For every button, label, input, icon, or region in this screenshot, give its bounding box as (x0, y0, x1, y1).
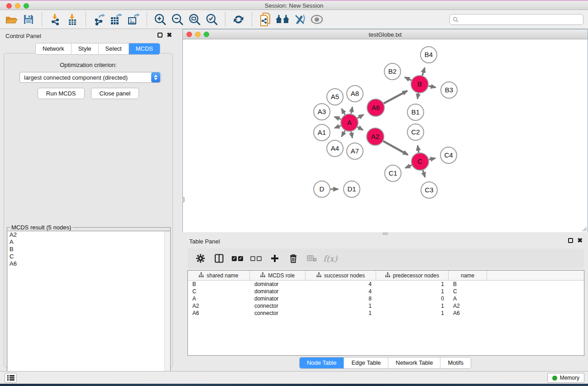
network-window-titlebar[interactable]: testGlobe.txt (183, 29, 588, 39)
edge-C-C2[interactable] (418, 146, 419, 153)
graph-node-A8[interactable]: A8 (347, 86, 363, 102)
first-neighbors-icon[interactable] (274, 12, 291, 27)
split-view-icon[interactable] (210, 250, 227, 267)
panel-splitter-handle[interactable] (182, 197, 185, 202)
tab-network[interactable]: Network (36, 43, 72, 54)
cell-predecessor-nodes[interactable]: 1 (376, 288, 449, 295)
delete-column-icon[interactable] (285, 250, 301, 267)
zoom-out-icon[interactable] (169, 12, 186, 27)
cell-name[interactable]: B (449, 281, 487, 287)
search-field[interactable] (449, 14, 583, 25)
graph-node-C4[interactable]: C4 (440, 147, 457, 163)
cell-MCDS-role[interactable]: connector (250, 303, 306, 309)
float-table-panel-icon[interactable] (568, 238, 573, 243)
column-header-MCDS-role[interactable]: MCDS role (250, 271, 306, 280)
cell-MCDS-role[interactable]: dominator (250, 281, 306, 287)
edge-A-A8[interactable] (351, 107, 353, 114)
tab-motifs[interactable]: Motifs (440, 357, 471, 368)
import-table-icon[interactable] (64, 12, 81, 27)
column-header-successor-nodes[interactable]: successor nodes (306, 271, 376, 280)
cell-predecessor-nodes[interactable]: 1 (376, 303, 449, 309)
result-list-item[interactable]: A (8, 238, 170, 246)
graph-node-D1[interactable]: D1 (344, 181, 360, 197)
graph-node-A4[interactable]: A4 (327, 140, 343, 157)
graph-node-A7[interactable]: A7 (347, 143, 363, 159)
cell-successor-nodes[interactable]: 4 (306, 281, 376, 287)
edge-B-B3[interactable] (429, 86, 436, 87)
cell-name[interactable]: C (449, 288, 487, 295)
zoom-selected-icon[interactable] (203, 12, 220, 27)
close-table-panel-icon[interactable]: ✖ (577, 238, 583, 243)
edge-B-B2[interactable] (405, 77, 411, 81)
task-history-button[interactable] (5, 373, 17, 383)
cell-successor-nodes[interactable]: 1 (306, 303, 376, 309)
export-table-icon[interactable] (108, 12, 125, 27)
cell-shared-name[interactable]: A (188, 295, 250, 302)
export-network-icon[interactable] (91, 12, 108, 27)
edge-A2-C[interactable] (383, 141, 407, 155)
graph-node-A[interactable]: A (341, 114, 358, 131)
cell-name[interactable]: A (449, 295, 487, 302)
memory-button[interactable]: Memory (547, 373, 584, 383)
graph-node-B4[interactable]: B4 (421, 47, 437, 63)
graph-node-A2[interactable]: A2 (367, 128, 384, 145)
column-header-predecessor-nodes[interactable]: predecessor nodes (376, 271, 449, 280)
criterion-select[interactable]: largest connected component (directed) (19, 72, 161, 83)
tab-node-table[interactable]: Node Table (300, 357, 344, 368)
edge-A-A6[interactable] (357, 114, 363, 118)
cell-shared-name[interactable]: A6 (188, 310, 250, 316)
new-network-from-selection-icon[interactable] (257, 12, 274, 27)
cell-shared-name[interactable]: B (188, 281, 250, 287)
graph-node-C2[interactable]: C2 (407, 124, 424, 140)
graph-node-A6[interactable]: A6 (367, 99, 384, 116)
select-all-icon[interactable]: ✓✓ (229, 250, 246, 267)
edge-A-A3[interactable] (335, 117, 341, 119)
graph-node-D[interactable]: D (314, 181, 330, 197)
cell-name[interactable]: A2 (449, 303, 487, 309)
cell-successor-nodes[interactable]: 4 (306, 288, 376, 295)
save-icon[interactable] (20, 12, 37, 27)
tab-style[interactable]: Style (72, 43, 99, 54)
network-graph[interactable]: B4B2BB3B1A5A8A6A3AA1A4A7A2C2C4CC1C3DD1 (183, 39, 588, 232)
refresh-icon[interactable] (230, 12, 247, 27)
result-list-item[interactable]: A2 (8, 231, 170, 238)
resize-grip-icon[interactable] (581, 226, 587, 232)
import-network-icon[interactable] (47, 12, 64, 27)
table-row[interactable]: Cdominator41C (188, 288, 584, 295)
cell-shared-name[interactable]: A2 (188, 303, 250, 309)
close-panel-icon[interactable]: ✖ (167, 33, 172, 38)
cell-name[interactable]: A6 (449, 310, 487, 316)
run-mcds-button[interactable]: Run MCDS (38, 88, 85, 99)
graph-node-B2[interactable]: B2 (384, 63, 401, 80)
cell-successor-nodes[interactable]: 8 (306, 295, 376, 302)
cell-predecessor-nodes[interactable]: 1 (376, 310, 449, 316)
table-row[interactable]: Bdominator41B (188, 281, 584, 288)
result-list-item[interactable]: B (8, 246, 170, 253)
deselect-all-icon[interactable] (248, 250, 264, 267)
tab-network-table[interactable]: Network Table (388, 357, 440, 368)
add-column-icon[interactable] (266, 250, 283, 267)
gear-icon[interactable] (192, 250, 209, 267)
graph-node-C[interactable]: C (411, 153, 429, 170)
cell-MCDS-role[interactable]: dominator (250, 288, 306, 295)
cell-predecessor-nodes[interactable]: 0 (376, 295, 449, 302)
cell-successor-nodes[interactable]: 1 (306, 310, 376, 316)
table-row[interactable]: A2connector11A2 (188, 302, 584, 310)
edge-C-C4[interactable] (429, 158, 435, 160)
cell-shared-name[interactable]: C (188, 288, 250, 295)
edge-A-A4[interactable] (342, 130, 345, 136)
show-graphics-details-icon[interactable] (308, 12, 325, 27)
float-panel-icon[interactable] (158, 33, 163, 38)
search-input[interactable] (461, 16, 580, 23)
graph-node-A3[interactable]: A3 (314, 104, 330, 120)
column-header-shared-name[interactable]: shared name (188, 271, 250, 280)
edge-B-B4[interactable] (422, 68, 425, 76)
edge-C-C3[interactable] (423, 170, 425, 177)
tab-select[interactable]: Select (99, 43, 129, 54)
table-row[interactable]: A6connector11A6 (188, 310, 584, 317)
edge-A6-B[interactable] (384, 91, 407, 104)
graph-node-B3[interactable]: B3 (441, 82, 457, 98)
close-panel-button[interactable]: Close panel (91, 88, 139, 99)
zoom-in-icon[interactable] (152, 12, 169, 27)
edge-B-B1[interactable] (417, 93, 418, 99)
